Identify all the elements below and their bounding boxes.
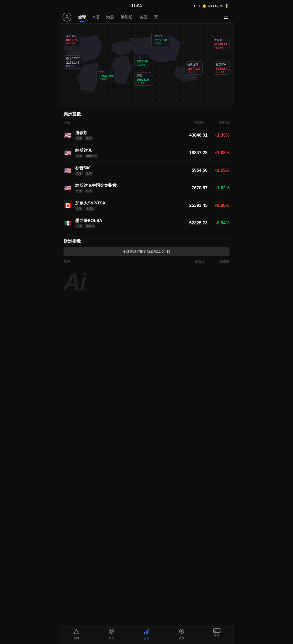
tag-exchange-3: 纽约 xyxy=(85,172,93,176)
flag-us-1: 🇺🇸 xyxy=(64,131,72,140)
tab-us-shares[interactable]: 美股 xyxy=(136,13,150,21)
tag-closed-1: 闭市 xyxy=(75,136,83,140)
tag-exchange-6: 墨西哥 xyxy=(85,224,96,228)
chevron-icon-3: › xyxy=(91,166,92,170)
price-nasdaq: 18847.28 xyxy=(181,150,207,156)
eu-col-name-label: 名称 xyxy=(64,259,70,264)
americas-section: 美洲指数 名称 最新价 涨跌幅 🇺🇸 道琼斯 › 闭市 纽约 43840.91 … xyxy=(59,106,234,232)
flag-ca: 🇨🇦 xyxy=(64,201,72,210)
battery-icon: 🔋 xyxy=(225,4,228,8)
tab-hk-connect[interactable]: 港股通 xyxy=(118,13,136,21)
chevron-icon-4: › xyxy=(118,184,119,187)
info-tsx: 加拿大S&P/TSX 闭市 多伦多 xyxy=(75,200,181,211)
status-bar: 11:04 ⊝ ✳ 🔔 WiFi 5G 4G 🔋 xyxy=(59,0,234,11)
eu-col-price-label: 最新价 xyxy=(194,259,205,264)
signal-5g-icon: 5G xyxy=(215,4,219,7)
map-badge-shanghai[interactable]: 上证 3320.90 -1.98% xyxy=(134,54,150,67)
col-name-label: 名称 xyxy=(64,121,70,125)
map-badge-nikkei225[interactable]: 日经225 37155.50 -2.88% xyxy=(151,33,169,46)
tag-closed-5: 闭市 xyxy=(75,206,83,211)
world-map-section: 富时100 8809.74 +0.61% 日经225 37155.50 -2.8… xyxy=(59,24,234,106)
flag-us-4: 🇺🇸 xyxy=(64,184,72,192)
price-tsx: 25393.45 xyxy=(181,203,207,208)
svg-point-1 xyxy=(83,48,84,48)
wifi-icon: WiFi xyxy=(207,4,214,8)
bell-icon: 🔔 xyxy=(202,4,206,8)
price-dow-jones: 43840.91 xyxy=(181,133,207,138)
tag-exchange-1: 纽约 xyxy=(85,136,93,140)
row-bolsa[interactable]: 🇲🇽 墨西哥BOLSA 闭市 墨西哥 52325.73 -0.54% xyxy=(59,214,234,232)
change-sp500: +1.59% xyxy=(207,168,229,173)
map-badge-ftse100[interactable]: 富时100 8809.74 +0.61% xyxy=(64,33,80,46)
svg-point-0 xyxy=(66,15,68,17)
europe-header: 名称 最新价 涨跌幅 xyxy=(59,257,234,265)
ai-section: Ai xyxy=(59,265,234,298)
price-sp500: 5954.50 xyxy=(181,168,207,173)
menu-icon[interactable]: ☰ xyxy=(222,13,230,21)
map-badge-hangseng[interactable]: 恒生 22941.320 -3.28% xyxy=(96,69,116,82)
ai-label: Ai xyxy=(64,270,229,294)
status-time: 11:04 xyxy=(79,4,194,8)
row-sp500[interactable]: 🇺🇸 标普500 › 闭市 纽约 5954.50 +1.59% xyxy=(59,162,234,179)
flag-us-3: 🇺🇸 xyxy=(64,166,72,175)
tag-closed-2: 闭市 xyxy=(75,154,83,158)
flag-us-2: 🇺🇸 xyxy=(64,148,72,157)
col-price-label: 最新价 xyxy=(194,121,205,125)
tag-closed-4: 闭市 xyxy=(75,189,83,193)
chevron-icon-2: › xyxy=(93,148,94,152)
toast-notification: 全球市场行情更新成功11:04:15 xyxy=(64,247,229,256)
chevron-icon-1: › xyxy=(89,131,90,135)
info-sp500: 标普500 › 闭市 纽约 xyxy=(75,165,181,176)
change-dow-jones: +1.39% xyxy=(207,133,229,138)
change-bolsa: -0.54% xyxy=(207,220,229,226)
section-divider-1 xyxy=(59,232,234,234)
europe-title: 欧洲指数 xyxy=(59,234,234,246)
user-avatar[interactable] xyxy=(63,13,71,22)
americas-header: 名称 最新价 涨跌幅 xyxy=(59,119,234,126)
nav-tabs: 全球 A股 港股 港股通 美股 基 xyxy=(75,13,222,21)
svg-point-3 xyxy=(185,77,186,78)
price-nasdaq-china: 7670.87 xyxy=(181,186,207,190)
svg-point-2 xyxy=(151,48,152,48)
tab-hk-shares[interactable]: 港股 xyxy=(103,13,117,21)
row-dow-jones[interactable]: 🇺🇸 道琼斯 › 闭市 纽约 43840.91 +1.39% xyxy=(59,126,234,144)
map-badge-sp500[interactable]: 标普500 5954.50 +1.59% xyxy=(214,62,229,75)
tag-exchange-2: 纳斯达克 xyxy=(85,154,98,158)
row-nasdaq[interactable]: 🇺🇸 纳斯达克 › 闭市 纳斯达克 18847.28 +1.63% xyxy=(59,144,234,162)
eu-col-change-label: 涨跌幅 xyxy=(219,259,229,264)
page-bottom-space xyxy=(59,298,234,318)
europe-section: 欧洲指数 全球市场行情更新成功11:04:15 名称 最新价 涨跌幅 xyxy=(59,234,234,265)
change-nasdaq-china: -1.82% xyxy=(207,186,229,190)
col-change-label: 涨跌幅 xyxy=(219,121,229,125)
info-nasdaq: 纳斯达克 › 闭市 纳斯达克 xyxy=(75,148,181,158)
tag-exchange-4: 纽约 xyxy=(85,189,93,193)
americas-title: 美洲指数 xyxy=(59,106,234,119)
change-nasdaq: +1.63% xyxy=(207,150,229,156)
tab-a-shares[interactable]: A股 xyxy=(90,13,102,21)
signal-4g-icon: 4G xyxy=(220,4,223,7)
nfc-icon: ⊝ xyxy=(194,4,197,8)
price-bolsa: 52325.73 xyxy=(181,220,207,226)
tag-closed-6: 闭市 xyxy=(75,224,83,228)
map-badge-nasdaq[interactable]: 纳斯达克 18847.28 +1.63% xyxy=(185,62,203,75)
flag-mx: 🇲🇽 xyxy=(64,219,72,228)
info-bolsa: 墨西哥BOLSA 闭市 墨西哥 xyxy=(75,218,181,228)
row-nasdaq-china[interactable]: 🇺🇸 纳斯达克中国金龙指数 › 闭市 纽约 7670.87 -1.82% xyxy=(59,179,234,197)
map-badge-dax30[interactable]: 德国DAX30 22551.43 0.00% xyxy=(64,55,82,68)
map-badge-dow[interactable]: 道琼斯 43840.91 +1.39% xyxy=(212,37,229,50)
info-nasdaq-china: 纳斯达克中国金龙指数 › 闭市 纽约 xyxy=(75,183,181,193)
tag-closed-3: 闭市 xyxy=(75,172,83,176)
map-badge-shenzhen[interactable]: 深证 10611.24 -2.89% xyxy=(134,72,152,86)
tab-fund[interactable]: 基 xyxy=(151,13,161,21)
row-tsx[interactable]: 🇨🇦 加拿大S&P/TSX 闭市 多伦多 25393.45 +1.06% xyxy=(59,197,234,214)
change-tsx: +1.06% xyxy=(207,203,229,208)
status-icons: ⊝ ✳ 🔔 WiFi 5G 4G 🔋 xyxy=(194,4,228,8)
tab-global[interactable]: 全球 xyxy=(75,13,89,21)
bluetooth-icon: ✳ xyxy=(198,4,201,8)
nav-bar: 全球 A股 港股 港股通 美股 基 ☰ xyxy=(59,11,234,24)
tag-exchange-5: 多伦多 xyxy=(85,206,96,211)
info-dow-jones: 道琼斯 › 闭市 纽约 xyxy=(75,130,181,140)
